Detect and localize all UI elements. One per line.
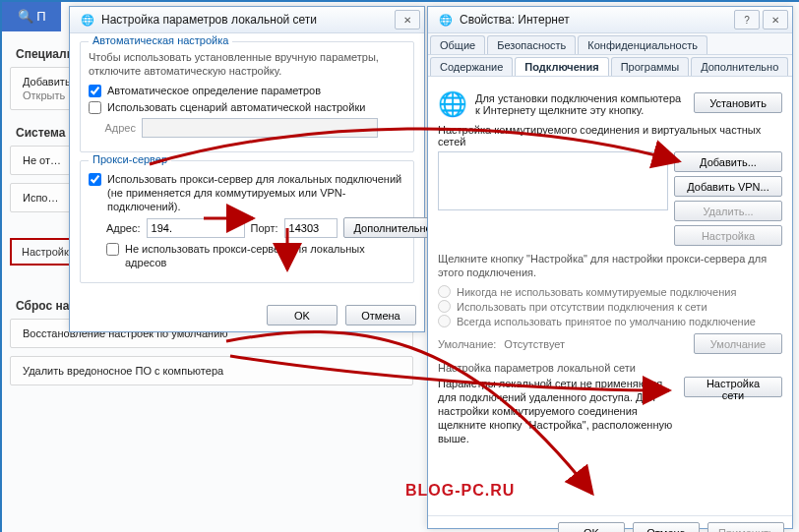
checkbox-label: Использовать прокси-сервер для локальных… [107, 172, 405, 213]
checkbox-input[interactable] [106, 243, 119, 256]
dial-hint: Щелкните кнопку "Настройка" для настройк… [438, 252, 782, 279]
auto-hint: Чтобы использовать установленные вручную… [89, 50, 405, 78]
ok-button[interactable]: OK [267, 305, 338, 325]
lan-settings-dialog: 🌐 Настройка параметров локальной сети ✕ … [69, 6, 425, 332]
apply-button: Применить [707, 522, 784, 532]
close-icon[interactable]: ✕ [395, 10, 420, 30]
ok-button[interactable]: OK [558, 522, 625, 532]
dial-never-radio[interactable]: Никогда не использовать коммутируемые по… [438, 285, 782, 298]
field-label: Адрес [89, 122, 136, 134]
autodetect-checkbox[interactable]: Автоматическое определение параметров [89, 84, 405, 97]
proxy-address-input[interactable] [147, 218, 245, 238]
field-label: Адрес: [106, 222, 141, 234]
add-vpn-button[interactable]: Добавить VPN... [674, 176, 782, 197]
help-icon[interactable]: ? [734, 10, 760, 30]
cancel-button[interactable]: Отмена [345, 305, 416, 325]
group-legend: Автоматическая настройка [89, 34, 232, 46]
use-proxy-checkbox[interactable]: Использовать прокси-сервер для локальных… [89, 172, 405, 213]
tab-connections[interactable]: Подключения [515, 57, 608, 76]
checkbox-label: Не использовать прокси-сервер для локаль… [125, 242, 405, 269]
connection-settings-button: Настройка [674, 225, 782, 246]
dial-nolan-radio[interactable]: Использовать при отсутствии подключения … [438, 300, 782, 313]
set-default-button: Умолчание [694, 333, 782, 354]
checkbox-label: Автоматическое определение параметров [107, 84, 321, 97]
checkbox-input[interactable] [89, 173, 101, 186]
dialog-title: Настройка параметров локальной сети [101, 13, 392, 27]
autoscript-checkbox[interactable]: Использовать сценарий автоматической нас… [89, 100, 405, 114]
tab-advanced[interactable]: Дополнительно [691, 57, 788, 76]
lan-settings-button[interactable]: Настройка сети [684, 377, 782, 397]
row-label: Удалить вредоносное ПО с компьютера [23, 365, 400, 377]
bypass-local-checkbox[interactable]: Не использовать прокси-сервер для локаль… [89, 242, 405, 269]
close-icon[interactable]: ✕ [763, 10, 788, 30]
add-connection-button[interactable]: Добавить... [674, 151, 782, 172]
cancel-button[interactable]: Отмена [633, 522, 700, 532]
proxy-port-input[interactable] [284, 218, 338, 238]
dial-connections-list[interactable] [438, 151, 668, 210]
proxy-group: Прокси-сервер Использовать прокси-сервер… [80, 160, 414, 283]
globe-icon: 🌐 [438, 12, 454, 28]
checkbox-label: Использовать сценарий автоматической нас… [107, 100, 365, 114]
search-icon[interactable]: 🔍 П [2, 2, 61, 31]
dialog-title: Свойства: Интернет [460, 13, 731, 27]
setup-hint: Для установки подключения компьютера к И… [475, 92, 686, 116]
field-label: Порт: [251, 222, 278, 234]
tabs-row: Общие Безопасность Конфиденциальность [428, 33, 792, 55]
tab-security[interactable]: Безопасность [487, 35, 576, 54]
lan-legend: Настройка параметров локальной сети [438, 362, 782, 374]
default-value: Отсутствует [504, 338, 686, 350]
setup-button[interactable]: Установить [694, 92, 782, 113]
connection-wizard-icon: 🌐 [438, 92, 467, 116]
remove-connection-button: Удалить... [674, 201, 782, 221]
dial-always-radio[interactable]: Всегда использовать принятое по умолчани… [438, 315, 782, 327]
tab-privacy[interactable]: Конфиденциальность [578, 35, 707, 54]
cleanup-row[interactable]: Удалить вредоносное ПО с компьютера [10, 356, 413, 385]
lan-description: Параметры локальной сети не применяются … [438, 377, 676, 445]
tab-general[interactable]: Общие [430, 35, 485, 54]
checkbox-input[interactable] [89, 101, 101, 114]
group-legend: Прокси-сервер [89, 153, 171, 165]
auto-config-group: Автоматическая настройка Чтобы использов… [80, 41, 414, 152]
tab-content[interactable]: Содержание [430, 57, 513, 76]
checkbox-input[interactable] [89, 85, 101, 97]
autoscript-url-input [142, 118, 378, 138]
dial-legend: Настройка коммутируемого соединения и ви… [438, 124, 782, 148]
internet-properties-dialog: 🌐 Свойства: Интернет ? ✕ Общие Безопасно… [427, 6, 793, 529]
globe-icon: 🌐 [80, 12, 95, 28]
default-label: Умолчание: [438, 338, 496, 350]
tabs-row: Содержание Подключения Программы Дополни… [428, 55, 792, 77]
tab-programs[interactable]: Программы [611, 57, 689, 76]
